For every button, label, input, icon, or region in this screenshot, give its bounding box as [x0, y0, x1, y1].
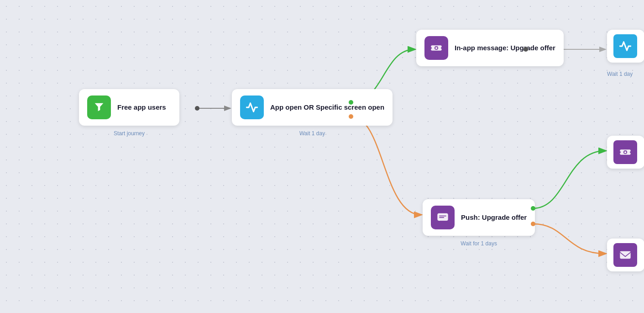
push-upgrade-title: Push: Upgrade offer [461, 213, 527, 222]
svg-point-5 [441, 47, 443, 49]
filter-icon [93, 101, 105, 114]
in-app-message-text: In-app message: Upgrade offer [455, 43, 555, 53]
activity-icon [246, 101, 258, 114]
push-upgrade-node[interactable]: Push: Upgrade offer Wait for 1 days [423, 199, 535, 236]
canvas: Free app users Start journey App open OR… [0, 0, 644, 313]
message-icon-bg [431, 206, 455, 229]
svg-point-9 [619, 151, 621, 153]
activity-icon-partial-bg [613, 34, 637, 58]
ticket-icon [430, 42, 443, 54]
filter-icon-bg [87, 95, 111, 119]
app-open-title: App open OR Specific screen open [270, 103, 384, 112]
partial-node-bottom-right[interactable] [607, 239, 644, 271]
free-app-users-title: Free app users [117, 103, 166, 112]
free-app-users-output-dot [195, 106, 199, 111]
activity-icon-bg [240, 95, 264, 119]
wait-label-top-right: Wait 1 day [607, 71, 633, 77]
app-open-green-dot [349, 100, 353, 105]
in-app-message-node[interactable]: In-app message: Upgrade offer [416, 30, 564, 66]
app-open-label: Wait 1 day [299, 130, 325, 137]
mail-icon-partial-bg [613, 243, 637, 267]
push-upgrade-label: Wait for 1 days [461, 240, 497, 247]
push-orange-dot [531, 222, 535, 226]
free-app-users-label: Start journey [114, 130, 145, 137]
push-green-dot [531, 206, 535, 211]
push-upgrade-text: Push: Upgrade offer [461, 213, 527, 222]
free-app-users-text: Free app users [117, 103, 166, 112]
partial-node-top-right[interactable] [607, 30, 644, 63]
app-open-node[interactable]: App open OR Specific screen open Wait 1 … [232, 89, 393, 126]
in-app-message-title: In-app message: Upgrade offer [455, 43, 555, 53]
app-open-text: App open OR Specific screen open [270, 103, 384, 112]
ticket-icon-bg [424, 36, 448, 60]
mail-icon-partial [619, 249, 632, 261]
message-icon [436, 211, 449, 224]
ticket-icon-partial [619, 146, 632, 159]
activity-icon-partial [619, 40, 632, 53]
in-app-output-dot [524, 47, 528, 52]
app-open-orange-dot [349, 114, 353, 119]
svg-point-4 [430, 47, 432, 49]
partial-node-mid-right[interactable] [607, 136, 644, 169]
ticket-icon-partial-bg [613, 140, 637, 164]
svg-rect-11 [620, 251, 630, 259]
free-app-users-node[interactable]: Free app users Start journey [79, 89, 179, 126]
svg-point-10 [630, 151, 632, 153]
svg-rect-6 [437, 213, 448, 221]
